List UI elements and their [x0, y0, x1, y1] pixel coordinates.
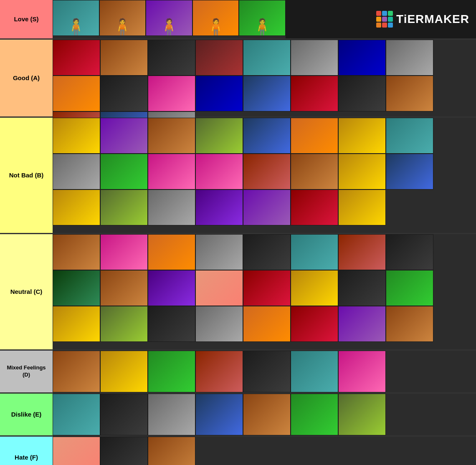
- char-cell: [386, 306, 433, 342]
- tier-label-neutral-c: Neutral (C): [0, 234, 53, 349]
- char-cell: [195, 40, 243, 76]
- char-cell: [53, 306, 100, 342]
- char-cell: 🧍: [192, 0, 239, 36]
- char-cell: [148, 76, 195, 111]
- char-cell: [386, 76, 433, 111]
- char-cell: [148, 190, 195, 225]
- char-cell: [386, 154, 433, 190]
- char-cell: [195, 190, 243, 225]
- tier-label-love-s: Love (S): [0, 0, 53, 38]
- tier-row-mixed-d: Mixed Feelings (D): [0, 351, 476, 394]
- char-cell: [195, 351, 243, 392]
- char-cell: [195, 76, 243, 111]
- char-cell: [243, 154, 291, 190]
- char-cell: [338, 270, 386, 306]
- char-cell: [53, 40, 100, 76]
- char-cell: [386, 234, 433, 270]
- logo-text: TiERMAKER: [396, 13, 469, 26]
- char-cell: 🧍: [53, 0, 99, 36]
- char-cell: [53, 351, 100, 392]
- tier-row-dislike-e: Dislike (E): [0, 394, 476, 437]
- char-cell: [243, 306, 291, 342]
- char-cell: [148, 437, 195, 465]
- char-cell: [386, 118, 433, 154]
- char-cell: [291, 76, 338, 111]
- tier-row-neutral-c: Neutral (C): [0, 234, 476, 351]
- char-cell: [291, 270, 338, 306]
- char-cell: [243, 394, 291, 435]
- char-cell: [100, 351, 148, 392]
- char-cell: [53, 270, 100, 306]
- char-cell: [338, 190, 386, 225]
- char-cell: [53, 437, 100, 465]
- char-cell: [148, 351, 195, 392]
- char-cell: [291, 40, 338, 76]
- char-cell: [291, 351, 338, 392]
- char-cell: 🧍: [239, 0, 286, 36]
- char-cell: [100, 118, 148, 154]
- char-cell: [195, 270, 243, 306]
- char-cell: [53, 76, 100, 111]
- char-cell: [53, 394, 100, 435]
- char-cell: [195, 154, 243, 190]
- char-cell: [291, 190, 338, 225]
- char-cell: [148, 270, 195, 306]
- char-cell: [100, 270, 148, 306]
- char-cell: 🧍: [146, 0, 192, 36]
- char-cell: [291, 394, 338, 435]
- char-cell: [53, 234, 100, 270]
- tier-row-hate-f: Hate (F): [0, 437, 476, 465]
- char-cell: [386, 270, 433, 306]
- char-cell: [148, 40, 195, 76]
- char-cell: [338, 154, 386, 190]
- char-cell: [195, 234, 243, 270]
- char-cell: [195, 306, 243, 342]
- char-cell: [148, 154, 195, 190]
- tier-row-good-a: Good (A): [0, 40, 476, 118]
- char-cell: [243, 40, 291, 76]
- char-cell: [338, 40, 386, 76]
- char-cell: [100, 154, 148, 190]
- tier-label-hate-f: Hate (F): [0, 437, 53, 465]
- char-cell: [291, 234, 338, 270]
- char-cell: [338, 118, 386, 154]
- char-cell: [338, 394, 386, 435]
- char-cell: [243, 190, 291, 225]
- char-cell: [243, 118, 291, 154]
- char-cell: [338, 76, 386, 111]
- char-cell: [148, 234, 195, 270]
- char-cell: [100, 76, 148, 111]
- tier-label-dislike-e: Dislike (E): [0, 394, 53, 435]
- char-cell: [53, 154, 100, 190]
- tier-row-love-s: Love (S) 🧍 🧍 🧍 🧍 🧍: [0, 0, 476, 40]
- char-cell: [243, 351, 291, 392]
- char-cell: [243, 76, 291, 111]
- char-cell: 🧍: [99, 0, 146, 36]
- char-cell: [53, 118, 100, 154]
- char-cell: [338, 351, 386, 392]
- char-cell: [100, 394, 148, 435]
- char-cell: [148, 118, 195, 154]
- tier-row-notbad-b: Not Bad (B): [0, 118, 476, 234]
- char-cell: [100, 437, 148, 465]
- char-cell: [195, 118, 243, 154]
- tier-label-good-a: Good (A): [0, 40, 53, 116]
- char-cell: [338, 234, 386, 270]
- char-cell: [53, 190, 100, 225]
- tiermaker-logo: TiERMAKER: [376, 11, 469, 28]
- tier-label-mixed-d: Mixed Feelings (D): [0, 351, 53, 392]
- char-cell: [291, 306, 338, 342]
- char-cell: [291, 118, 338, 154]
- char-cell: [100, 234, 148, 270]
- char-cell: [195, 394, 243, 435]
- char-cell: [100, 190, 148, 225]
- char-cell: [148, 306, 195, 342]
- tier-label-notbad-b: Not Bad (B): [0, 118, 53, 233]
- char-cell: [291, 154, 338, 190]
- char-cell: [386, 40, 433, 76]
- char-cell: [243, 270, 291, 306]
- char-cell: [148, 394, 195, 435]
- logo-grid-icon: [376, 11, 393, 28]
- char-cell: [100, 40, 148, 76]
- char-cell: [100, 306, 148, 342]
